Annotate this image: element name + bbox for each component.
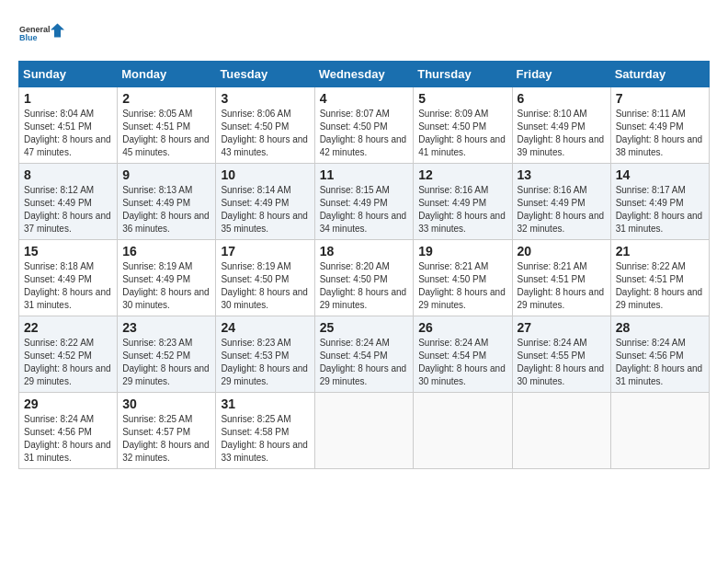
calendar-week-4: 22 Sunrise: 8:22 AM Sunset: 4:52 PM Dayl… (19, 316, 710, 393)
day-number: 10 (221, 167, 309, 182)
calendar-cell: 21 Sunrise: 8:22 AM Sunset: 4:51 PM Dayl… (610, 240, 709, 316)
day-info: Sunrise: 8:24 AM Sunset: 4:56 PM Dayligh… (24, 413, 112, 465)
calendar-cell: 14 Sunrise: 8:17 AM Sunset: 4:49 PM Dayl… (610, 164, 709, 240)
calendar-cell: 8 Sunrise: 8:12 AM Sunset: 4:49 PM Dayli… (19, 164, 118, 240)
calendar-cell: 20 Sunrise: 8:21 AM Sunset: 4:51 PM Dayl… (512, 240, 610, 316)
day-info: Sunrise: 8:17 AM Sunset: 4:49 PM Dayligh… (616, 184, 704, 236)
col-header-sunday: Sunday (19, 62, 118, 87)
calendar-week-5: 29 Sunrise: 8:24 AM Sunset: 4:56 PM Dayl… (19, 393, 710, 469)
day-number: 9 (122, 167, 210, 182)
day-info: Sunrise: 8:19 AM Sunset: 4:49 PM Dayligh… (122, 260, 210, 312)
day-number: 31 (221, 396, 309, 411)
day-number: 13 (518, 167, 606, 182)
day-number: 23 (122, 320, 210, 335)
day-info: Sunrise: 8:23 AM Sunset: 4:52 PM Dayligh… (122, 337, 210, 388)
day-info: Sunrise: 8:23 AM Sunset: 4:53 PM Dayligh… (221, 337, 309, 388)
day-number: 28 (616, 320, 704, 335)
day-number: 18 (320, 244, 409, 259)
day-info: Sunrise: 8:25 AM Sunset: 4:57 PM Dayligh… (122, 413, 210, 465)
day-info: Sunrise: 8:11 AM Sunset: 4:49 PM Dayligh… (616, 108, 704, 159)
day-info: Sunrise: 8:24 AM Sunset: 4:56 PM Dayligh… (616, 337, 704, 388)
calendar-cell: 7 Sunrise: 8:11 AM Sunset: 4:49 PM Dayli… (610, 87, 709, 164)
calendar-week-1: 1 Sunrise: 8:04 AM Sunset: 4:51 PM Dayli… (19, 87, 710, 164)
day-number: 20 (518, 244, 606, 259)
day-info: Sunrise: 8:24 AM Sunset: 4:54 PM Dayligh… (320, 337, 409, 388)
calendar-header-row: SundayMondayTuesdayWednesdayThursdayFrid… (19, 62, 710, 87)
day-number: 5 (418, 91, 506, 106)
calendar-cell: 5 Sunrise: 8:09 AM Sunset: 4:50 PM Dayli… (414, 87, 512, 164)
calendar-cell (610, 393, 709, 469)
calendar-cell: 13 Sunrise: 8:16 AM Sunset: 4:49 PM Dayl… (512, 164, 610, 240)
col-header-tuesday: Tuesday (216, 62, 314, 87)
day-info: Sunrise: 8:04 AM Sunset: 4:51 PM Dayligh… (24, 108, 112, 159)
day-info: Sunrise: 8:22 AM Sunset: 4:51 PM Dayligh… (616, 260, 704, 312)
calendar-week-3: 15 Sunrise: 8:18 AM Sunset: 4:49 PM Dayl… (19, 240, 710, 316)
calendar-cell: 26 Sunrise: 8:24 AM Sunset: 4:54 PM Dayl… (414, 316, 512, 393)
day-info: Sunrise: 8:25 AM Sunset: 4:58 PM Dayligh… (221, 413, 309, 465)
day-number: 27 (518, 320, 606, 335)
day-info: Sunrise: 8:06 AM Sunset: 4:50 PM Dayligh… (221, 108, 309, 159)
day-info: Sunrise: 8:16 AM Sunset: 4:49 PM Dayligh… (518, 184, 606, 236)
svg-marker-2 (51, 24, 64, 38)
day-number: 12 (418, 167, 506, 182)
day-info: Sunrise: 8:22 AM Sunset: 4:52 PM Dayligh… (24, 337, 112, 388)
calendar-cell: 27 Sunrise: 8:24 AM Sunset: 4:55 PM Dayl… (512, 316, 610, 393)
calendar-cell: 10 Sunrise: 8:14 AM Sunset: 4:49 PM Dayl… (216, 164, 314, 240)
logo-svg: General Blue (18, 15, 64, 52)
day-number: 8 (24, 167, 112, 182)
calendar-cell: 30 Sunrise: 8:25 AM Sunset: 4:57 PM Dayl… (118, 393, 216, 469)
day-number: 1 (24, 91, 112, 106)
calendar-table: SundayMondayTuesdayWednesdayThursdayFrid… (18, 61, 710, 469)
col-header-saturday: Saturday (610, 62, 709, 87)
day-info: Sunrise: 8:14 AM Sunset: 4:49 PM Dayligh… (221, 184, 309, 236)
day-number: 3 (221, 91, 309, 106)
calendar-cell: 1 Sunrise: 8:04 AM Sunset: 4:51 PM Dayli… (19, 87, 118, 164)
day-info: Sunrise: 8:13 AM Sunset: 4:49 PM Dayligh… (122, 184, 210, 236)
day-info: Sunrise: 8:15 AM Sunset: 4:49 PM Dayligh… (320, 184, 409, 236)
col-header-monday: Monday (118, 62, 216, 87)
calendar-cell (314, 393, 414, 469)
calendar-cell: 15 Sunrise: 8:18 AM Sunset: 4:49 PM Dayl… (19, 240, 118, 316)
day-number: 4 (320, 91, 409, 106)
day-number: 14 (616, 167, 704, 182)
day-info: Sunrise: 8:10 AM Sunset: 4:49 PM Dayligh… (518, 108, 606, 159)
day-number: 26 (418, 320, 506, 335)
day-info: Sunrise: 8:07 AM Sunset: 4:50 PM Dayligh… (320, 108, 409, 159)
day-info: Sunrise: 8:21 AM Sunset: 4:50 PM Dayligh… (418, 260, 506, 312)
day-info: Sunrise: 8:09 AM Sunset: 4:50 PM Dayligh… (418, 108, 506, 159)
calendar-cell: 28 Sunrise: 8:24 AM Sunset: 4:56 PM Dayl… (610, 316, 709, 393)
logo: General Blue (18, 15, 64, 52)
day-info: Sunrise: 8:24 AM Sunset: 4:55 PM Dayligh… (518, 337, 606, 388)
svg-text:Blue: Blue (19, 33, 38, 42)
calendar-cell (512, 393, 610, 469)
calendar-cell: 3 Sunrise: 8:06 AM Sunset: 4:50 PM Dayli… (216, 87, 314, 164)
day-number: 17 (221, 244, 309, 259)
day-info: Sunrise: 8:19 AM Sunset: 4:50 PM Dayligh… (221, 260, 309, 312)
day-number: 29 (24, 396, 112, 411)
day-number: 6 (518, 91, 606, 106)
calendar-cell: 16 Sunrise: 8:19 AM Sunset: 4:49 PM Dayl… (118, 240, 216, 316)
day-number: 22 (24, 320, 112, 335)
calendar-cell: 11 Sunrise: 8:15 AM Sunset: 4:49 PM Dayl… (314, 164, 414, 240)
calendar-cell: 25 Sunrise: 8:24 AM Sunset: 4:54 PM Dayl… (314, 316, 414, 393)
day-number: 7 (616, 91, 704, 106)
day-info: Sunrise: 8:20 AM Sunset: 4:50 PM Dayligh… (320, 260, 409, 312)
calendar-week-2: 8 Sunrise: 8:12 AM Sunset: 4:49 PM Dayli… (19, 164, 710, 240)
day-number: 30 (122, 396, 210, 411)
calendar-cell (414, 393, 512, 469)
calendar-cell: 19 Sunrise: 8:21 AM Sunset: 4:50 PM Dayl… (414, 240, 512, 316)
calendar-cell: 9 Sunrise: 8:13 AM Sunset: 4:49 PM Dayli… (118, 164, 216, 240)
day-number: 25 (320, 320, 409, 335)
page-header: General Blue (18, 15, 710, 52)
calendar-cell: 12 Sunrise: 8:16 AM Sunset: 4:49 PM Dayl… (414, 164, 512, 240)
calendar-cell: 31 Sunrise: 8:25 AM Sunset: 4:58 PM Dayl… (216, 393, 314, 469)
col-header-friday: Friday (512, 62, 610, 87)
day-number: 19 (418, 244, 506, 259)
day-number: 11 (320, 167, 409, 182)
svg-text:General: General (19, 25, 51, 34)
day-info: Sunrise: 8:24 AM Sunset: 4:54 PM Dayligh… (418, 337, 506, 388)
calendar-cell: 29 Sunrise: 8:24 AM Sunset: 4:56 PM Dayl… (19, 393, 118, 469)
day-info: Sunrise: 8:21 AM Sunset: 4:51 PM Dayligh… (518, 260, 606, 312)
day-info: Sunrise: 8:12 AM Sunset: 4:49 PM Dayligh… (24, 184, 112, 236)
day-number: 16 (122, 244, 210, 259)
